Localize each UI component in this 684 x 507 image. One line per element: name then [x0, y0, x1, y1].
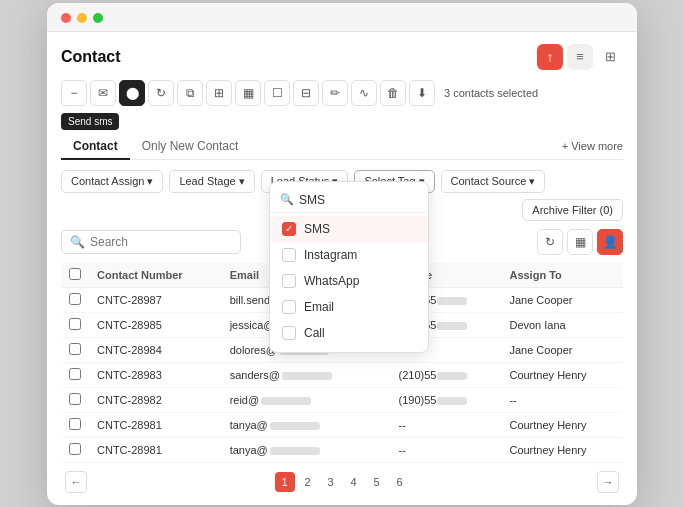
row-assign: Courtney Henry	[501, 362, 623, 387]
table-row: CNTC-28981 tanya@ -- Courtney Henry	[61, 412, 623, 437]
select-all-header	[61, 263, 89, 288]
view-more-link[interactable]: + View more	[562, 140, 623, 152]
table-row: CNTC-28982 reid@ (190)55 --	[61, 387, 623, 412]
call-option[interactable]: Call	[270, 320, 428, 346]
doc-toolbar-btn[interactable]: ☐	[264, 80, 290, 106]
grid-toolbar-btn[interactable]: ⊞	[206, 80, 232, 106]
row-checkbox[interactable]	[69, 443, 81, 455]
tab-contact[interactable]: Contact	[61, 134, 130, 160]
tag-dropdown: 🔍 ✓ SMS Instagram WhatsApp Email Call	[269, 181, 429, 353]
brush-toolbar-btn[interactable]: ✏	[322, 80, 348, 106]
prev-page-button[interactable]: ←	[65, 471, 87, 493]
close-dot[interactable]	[61, 13, 71, 23]
row-checkbox-cell	[61, 362, 89, 387]
row-checkbox[interactable]	[69, 418, 81, 430]
row-phone: (210)55	[391, 362, 502, 387]
row-checkbox[interactable]	[69, 293, 81, 305]
sms-option[interactable]: ✓ SMS	[270, 216, 428, 242]
bar-chart-right-btn[interactable]: ▦	[567, 229, 593, 255]
row-contact-number: CNTC-28981	[89, 437, 222, 462]
user-right-btn[interactable]: 👤	[597, 229, 623, 255]
tag-toolbar-btn[interactable]: ⬤	[119, 80, 145, 106]
wave-toolbar-btn[interactable]: ∿	[351, 80, 377, 106]
row-assign: Devon Iana	[501, 312, 623, 337]
col-assign: Assign To	[501, 263, 623, 288]
contact-assign-label: Contact Assign	[71, 175, 144, 187]
row-phone: --	[391, 437, 502, 462]
accent-action-button[interactable]: ↑	[537, 44, 563, 70]
lead-stage-label: Lead Stage	[179, 175, 235, 187]
col-contact-number: Contact Number	[89, 263, 222, 288]
email-option-label: Email	[304, 300, 334, 314]
page-number-1[interactable]: 1	[275, 472, 295, 492]
instagram-option-label: Instagram	[304, 248, 357, 262]
row-contact-number: CNTC-28981	[89, 412, 222, 437]
pagination: ← 123456 →	[61, 463, 623, 495]
search-icon: 🔍	[70, 235, 85, 249]
page-number-5[interactable]: 5	[367, 472, 387, 492]
contact-source-filter[interactable]: Contact Source ▾	[441, 170, 546, 193]
row-checkbox[interactable]	[69, 318, 81, 330]
row-assign: Jane Cooper	[501, 287, 623, 312]
email-option[interactable]: Email	[270, 294, 428, 320]
row-phone: (190)55	[391, 387, 502, 412]
chevron-down-icon2: ▾	[239, 175, 245, 188]
minus-toolbar-btn[interactable]: −	[61, 80, 87, 106]
list-view-button[interactable]: ≡	[567, 44, 593, 70]
download-toolbar-btn[interactable]: ⬇	[409, 80, 435, 106]
send-sms-chip[interactable]: Send sms	[61, 113, 119, 130]
table-row: CNTC-28983 sanders@ (210)55 Courtney Hen…	[61, 362, 623, 387]
call-option-label: Call	[304, 326, 325, 340]
row-checkbox[interactable]	[69, 368, 81, 380]
whatsapp-option[interactable]: WhatsApp	[270, 268, 428, 294]
page-header: Contact ↑ ≡ ⊞	[61, 44, 623, 70]
title-bar	[47, 3, 637, 32]
instagram-option-checkbox	[282, 248, 296, 262]
selected-count-label: 3 contacts selected	[444, 87, 538, 99]
tabs-row: Contact Only New Contact + View more	[61, 134, 623, 160]
page-number-3[interactable]: 3	[321, 472, 341, 492]
table-row: CNTC-28981 tanya@ -- Courtney Henry	[61, 437, 623, 462]
refresh-toolbar-btn[interactable]: ↻	[148, 80, 174, 106]
minimize-dot[interactable]	[77, 13, 87, 23]
contact-assign-filter[interactable]: Contact Assign ▾	[61, 170, 163, 193]
right-icons: ↻ ▦ 👤	[537, 229, 623, 255]
toolbar: − ✉ ⬤ ↻ ⧉ ⊞ ▦ ☐ ⊟ ✏ ∿ 🗑 ⬇ 3 contacts sel…	[61, 80, 623, 106]
row-checkbox[interactable]	[69, 343, 81, 355]
row-email: tanya@	[222, 437, 391, 462]
pagination-left: ←	[65, 471, 87, 493]
select-all-checkbox[interactable]	[69, 268, 81, 280]
chevron-down-icon5: ▾	[529, 175, 535, 188]
main-window: Contact ↑ ≡ ⊞ − ✉ ⬤ ↻ ⧉ ⊞ ▦ ☐ ⊟ ✏ ∿ 🗑 ⬇ …	[47, 3, 637, 505]
tab-only-new-contact[interactable]: Only New Contact	[130, 134, 251, 160]
lead-stage-filter[interactable]: Lead Stage ▾	[169, 170, 254, 193]
email-toolbar-btn[interactable]: ✉	[90, 80, 116, 106]
dropdown-search-input[interactable]	[299, 193, 418, 207]
copy-toolbar-btn[interactable]: ⧉	[177, 80, 203, 106]
page-number-4[interactable]: 4	[344, 472, 364, 492]
refresh-right-btn[interactable]: ↻	[537, 229, 563, 255]
row-checkbox-cell	[61, 312, 89, 337]
next-page-button[interactable]: →	[597, 471, 619, 493]
contact-source-label: Contact Source	[451, 175, 527, 187]
row-phone: --	[391, 412, 502, 437]
table2-toolbar-btn[interactable]: ⊟	[293, 80, 319, 106]
sms-option-checkbox: ✓	[282, 222, 296, 236]
row-contact-number: CNTC-28984	[89, 337, 222, 362]
chart-toolbar-btn[interactable]: ▦	[235, 80, 261, 106]
maximize-dot[interactable]	[93, 13, 103, 23]
grid-view-button[interactable]: ⊞	[597, 44, 623, 70]
page-title: Contact	[61, 48, 121, 66]
instagram-option[interactable]: Instagram	[270, 242, 428, 268]
row-checkbox[interactable]	[69, 393, 81, 405]
page-number-2[interactable]: 2	[298, 472, 318, 492]
archive-filter-button[interactable]: Archive Filter (0)	[522, 199, 623, 221]
page-number-6[interactable]: 6	[390, 472, 410, 492]
trash-toolbar-btn[interactable]: 🗑	[380, 80, 406, 106]
dropdown-items-list: ✓ SMS Instagram WhatsApp Email Call	[270, 216, 428, 346]
row-contact-number: CNTC-28982	[89, 387, 222, 412]
whatsapp-option-checkbox	[282, 274, 296, 288]
row-assign: Courtney Henry	[501, 437, 623, 462]
search-input[interactable]	[90, 235, 232, 249]
sms-option-label: SMS	[304, 222, 330, 236]
